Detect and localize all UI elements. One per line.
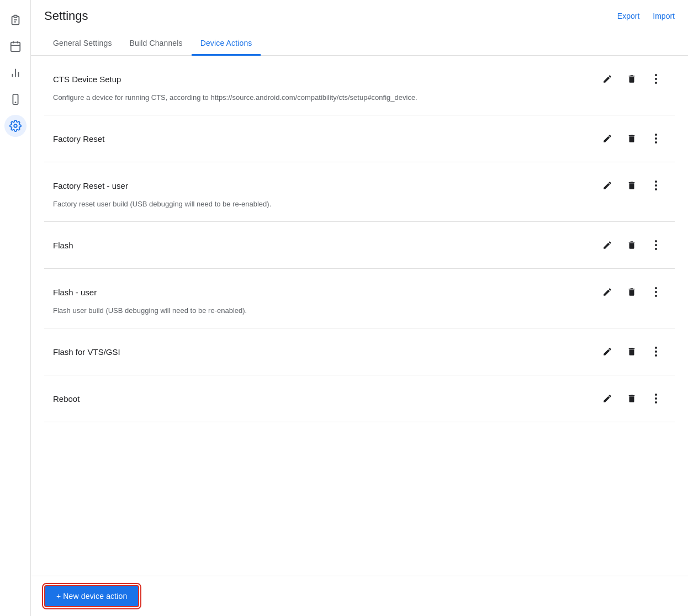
action-controls-reboot	[597, 389, 666, 408]
delete-button-factory-reset[interactable]	[622, 129, 642, 148]
export-link[interactable]: Export	[617, 12, 639, 20]
app-container: Settings Export Import General Settings …	[0, 0, 688, 616]
tab-device-actions[interactable]: Device Actions	[192, 32, 261, 56]
edit-button-factory-reset-user[interactable]	[597, 176, 617, 195]
edit-button-flash-vts[interactable]	[597, 342, 617, 362]
action-item-header: Flash - user	[53, 282, 666, 302]
action-item-header: Factory Reset	[53, 129, 666, 148]
action-controls-factory-reset-user	[597, 176, 666, 195]
edit-button-factory-reset[interactable]	[597, 129, 617, 148]
action-controls-flash	[597, 235, 666, 255]
edit-button-cts[interactable]	[597, 69, 617, 89]
list-item: Flash	[44, 222, 675, 269]
footer: + New device action	[31, 576, 688, 616]
action-title-factory-reset-user: Factory Reset - user	[53, 181, 128, 190]
tab-build-channels[interactable]: Build Channels	[121, 32, 192, 56]
more-button-flash-user[interactable]	[646, 282, 666, 302]
list-item: Factory Reset	[44, 115, 675, 162]
list-item: Flash - user Flash user build (USB deb	[44, 269, 675, 328]
tab-general-settings[interactable]: General Settings	[44, 32, 121, 56]
action-controls-cts	[597, 69, 666, 89]
tabs: General Settings Build Channels Device A…	[31, 32, 688, 56]
sidebar-icon-settings[interactable]	[4, 115, 27, 137]
more-button-flash-vts[interactable]	[646, 342, 666, 362]
main-content: Settings Export Import General Settings …	[31, 0, 688, 616]
sidebar-icon-clipboard[interactable]	[4, 9, 27, 31]
header: Settings Export Import	[31, 0, 688, 32]
sidebar-icon-calendar[interactable]	[4, 35, 27, 57]
delete-button-flash-vts[interactable]	[622, 342, 642, 362]
delete-button-reboot[interactable]	[622, 389, 642, 408]
action-title-factory-reset: Factory Reset	[53, 134, 104, 144]
list-item: Flash for VTS/GSI	[44, 328, 675, 375]
action-title-flash: Flash	[53, 241, 73, 250]
import-link[interactable]: Import	[653, 12, 675, 20]
delete-button-factory-reset-user[interactable]	[622, 176, 642, 195]
edit-button-flash[interactable]	[597, 235, 617, 255]
content-area: CTS Device Setup Configure a device fo	[31, 56, 688, 576]
list-item: CTS Device Setup Configure a device fo	[44, 56, 675, 115]
new-device-action-button[interactable]: + New device action	[44, 585, 139, 607]
action-item-header: Flash	[53, 235, 666, 255]
more-button-flash[interactable]	[646, 235, 666, 255]
edit-button-flash-user[interactable]	[597, 282, 617, 302]
sidebar-icon-phone[interactable]	[4, 88, 27, 110]
edit-button-reboot[interactable]	[597, 389, 617, 408]
delete-button-flash[interactable]	[622, 235, 642, 255]
svg-rect-3	[10, 43, 20, 52]
svg-point-12	[14, 124, 17, 128]
more-button-cts[interactable]	[646, 69, 666, 89]
action-controls-flash-user	[597, 282, 666, 302]
action-desc-cts: Configure a device for running CTS, acco…	[53, 93, 666, 102]
more-button-factory-reset-user[interactable]	[646, 176, 666, 195]
action-controls-factory-reset	[597, 129, 666, 148]
more-button-reboot[interactable]	[646, 389, 666, 408]
action-title-flash-vts: Flash for VTS/GSI	[53, 347, 120, 357]
sidebar	[0, 0, 31, 616]
page-title: Settings	[44, 9, 88, 23]
action-desc-flash-user: Flash user build (USB debugging will nee…	[53, 306, 666, 315]
sidebar-icon-chart[interactable]	[4, 62, 27, 84]
action-title-reboot: Reboot	[53, 394, 80, 403]
header-actions: Export Import	[617, 12, 675, 20]
action-item-header: Flash for VTS/GSI	[53, 342, 666, 362]
action-item-header: Reboot	[53, 389, 666, 408]
action-item-header: CTS Device Setup	[53, 69, 666, 89]
svg-rect-0	[14, 15, 17, 18]
list-item: Reboot	[44, 375, 675, 422]
action-controls-flash-vts	[597, 342, 666, 362]
action-title-cts: CTS Device Setup	[53, 75, 121, 84]
list-item: Factory Reset - user Factory reset use	[44, 162, 675, 222]
delete-button-flash-user[interactable]	[622, 282, 642, 302]
delete-button-cts[interactable]	[622, 69, 642, 89]
more-button-factory-reset[interactable]	[646, 129, 666, 148]
action-item-header: Factory Reset - user	[53, 176, 666, 195]
action-desc-factory-reset-user: Factory reset user build (USB debugging …	[53, 200, 666, 208]
action-title-flash-user: Flash - user	[53, 288, 97, 297]
